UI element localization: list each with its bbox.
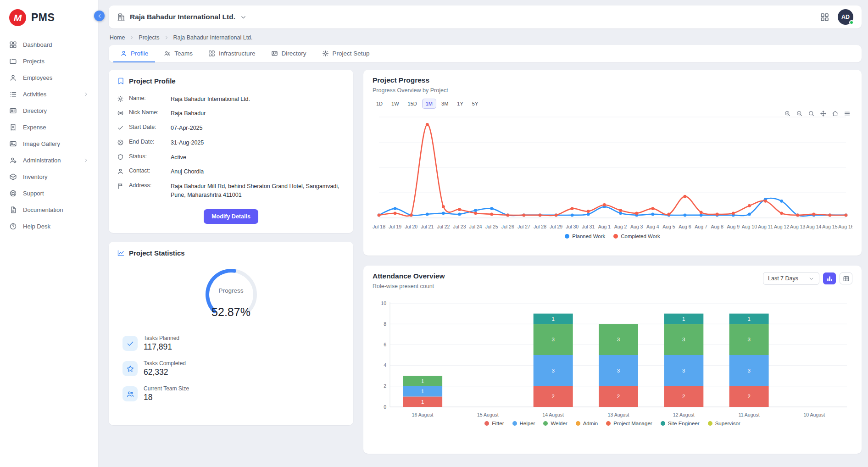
company-selector[interactable]: Raja Bahadur International Ltd. xyxy=(117,13,247,21)
svg-text:1: 1 xyxy=(421,378,424,384)
tab-directory[interactable]: Directory xyxy=(264,45,313,62)
svg-text:Aug 2: Aug 2 xyxy=(614,224,627,229)
modify-details-button[interactable]: Modify Details xyxy=(204,209,258,224)
administration-icon xyxy=(9,156,17,164)
zoom-in-button[interactable] xyxy=(784,110,791,117)
date-range-select[interactable]: Last 7 Days xyxy=(763,272,819,285)
tab-infrastructure[interactable]: Infrastructure xyxy=(201,45,262,62)
profile-field-value: Anuj Chordia xyxy=(171,167,204,176)
sidebar-item-support[interactable]: Support xyxy=(0,185,98,201)
profile-field-label: Contact: xyxy=(129,167,166,174)
sidebar-collapse-button[interactable] xyxy=(94,11,105,21)
legend-item-supervisor[interactable]: Supervisor xyxy=(708,421,740,426)
tab-teams[interactable]: Teams xyxy=(157,45,200,62)
breadcrumb: HomeProjectsRaja Bahadur International L… xyxy=(109,28,862,45)
bar-chart-icon xyxy=(826,275,833,282)
breadcrumb-item-home[interactable]: Home xyxy=(110,34,125,41)
sidebar-item-image-gallery[interactable]: Image Gallery xyxy=(0,135,98,152)
sidebar-item-label: Activities xyxy=(23,91,46,98)
legend-item-helper[interactable]: Helper xyxy=(512,421,535,426)
sidebar-item-documentation[interactable]: Documentation xyxy=(0,201,98,218)
range-button-3m[interactable]: 3M xyxy=(438,99,452,109)
legend-dot xyxy=(484,421,489,426)
app-logo[interactable]: M PMS xyxy=(0,0,98,34)
profile-field-value: Active xyxy=(171,153,186,162)
directory-icon xyxy=(9,107,17,115)
svg-text:11 August: 11 August xyxy=(739,412,760,417)
svg-text:Jul 29: Jul 29 xyxy=(550,224,562,229)
legend-item-project-manager[interactable]: Project Manager xyxy=(606,421,652,426)
sidebar-item-directory[interactable]: Directory xyxy=(0,102,98,119)
avatar[interactable]: AD xyxy=(838,9,853,25)
support-icon xyxy=(9,189,17,197)
menu-button[interactable] xyxy=(844,110,851,117)
svg-text:3: 3 xyxy=(551,368,554,373)
zoom-out-button[interactable] xyxy=(796,110,803,117)
range-button-5y[interactable]: 5Y xyxy=(468,99,482,109)
project-progress-card: Project Progress Progress Overview by Pr… xyxy=(363,70,862,256)
svg-text:2: 2 xyxy=(384,383,386,389)
sidebar-nav: Dashboard Projects Employees Activities … xyxy=(0,34,98,236)
range-button-1m[interactable]: 1M xyxy=(422,99,436,109)
time-range-selector: 1D1W15D1M3M1Y5Y xyxy=(373,99,852,109)
zoom-out-icon xyxy=(796,110,803,117)
range-button-15d[interactable]: 15D xyxy=(404,99,421,109)
range-button-1w[interactable]: 1W xyxy=(388,99,403,109)
shield-icon xyxy=(117,154,124,161)
tab-label: Infrastructure xyxy=(219,50,256,57)
tab-bar: Profile Teams Infrastructure Directory P… xyxy=(109,45,862,62)
sidebar-item-expense[interactable]: Expense xyxy=(0,119,98,135)
breadcrumb-item-projects[interactable]: Projects xyxy=(139,34,159,41)
range-button-1y[interactable]: 1Y xyxy=(453,99,467,109)
building-icon xyxy=(117,13,125,21)
expense-icon xyxy=(9,123,17,131)
legend-item-welder[interactable]: Welder xyxy=(543,421,567,426)
svg-text:Jul 21: Jul 21 xyxy=(421,224,434,229)
gauge-label: Progress xyxy=(201,287,262,294)
pan-button[interactable] xyxy=(820,110,827,117)
tab-profile[interactable]: Profile xyxy=(113,45,155,62)
progress-gauge: Progress 52.87% xyxy=(201,266,262,325)
legend-item-completed-work[interactable]: Completed Work xyxy=(613,234,660,239)
sidebar-item-activities[interactable]: Activities xyxy=(0,86,98,102)
svg-text:1: 1 xyxy=(421,399,424,405)
bar-view-button[interactable] xyxy=(823,272,836,284)
profile-field-row: Contact: Anuj Chordia xyxy=(117,165,345,179)
check-icon xyxy=(117,124,124,131)
svg-text:Aug 6: Aug 6 xyxy=(679,224,691,229)
legend-item-site-engineer[interactable]: Site Engineer xyxy=(661,421,700,426)
attendance-card-title: Attendance Overview xyxy=(373,272,445,280)
chevron-right-icon xyxy=(164,35,169,40)
table-view-button[interactable] xyxy=(840,272,852,284)
profile-field-row: End Date: 31-Aug-2025 xyxy=(117,135,345,150)
apps-grid-button[interactable] xyxy=(820,12,829,22)
sidebar-item-dashboard[interactable]: Dashboard xyxy=(0,36,98,53)
svg-text:Jul 28: Jul 28 xyxy=(534,224,546,229)
selection-zoom-button[interactable] xyxy=(808,110,815,117)
sidebar-item-label: Image Gallery xyxy=(23,140,60,147)
range-button-1d[interactable]: 1D xyxy=(373,99,386,109)
sidebar-item-projects[interactable]: Projects xyxy=(0,53,98,69)
sidebar-item-administration[interactable]: Administration xyxy=(0,152,98,168)
progress-line-chart[interactable]: Jul 18Jul 19Jul 20Jul 21Jul 22Jul 23Jul … xyxy=(373,110,852,233)
home-button[interactable] xyxy=(832,110,839,117)
online-status-dot xyxy=(849,20,854,25)
sidebar-item-inventory[interactable]: Inventory xyxy=(0,168,98,185)
legend-item-admin[interactable]: Admin xyxy=(576,421,598,426)
chevron-left-icon xyxy=(96,13,103,19)
gallery-icon xyxy=(9,140,17,148)
helpdesk-icon xyxy=(9,222,17,230)
sidebar-item-employees[interactable]: Employees xyxy=(0,69,98,86)
avatar-initials: AD xyxy=(841,14,850,20)
legend-dot xyxy=(512,421,517,426)
users-icon xyxy=(126,390,134,398)
profile-field-label: Status: xyxy=(129,153,166,160)
legend-item-planned-work[interactable]: Planned Work xyxy=(565,234,605,239)
svg-text:Jul 30: Jul 30 xyxy=(566,224,579,229)
svg-text:4: 4 xyxy=(384,362,386,368)
tab-project-setup[interactable]: Project Setup xyxy=(315,45,377,62)
sidebar-item-help-desk[interactable]: Help Desk xyxy=(0,218,98,234)
legend-item-fitter[interactable]: Fitter xyxy=(484,421,504,426)
statistic-value: 18 xyxy=(144,393,189,402)
attendance-bar-chart[interactable]: 024681011116 August15 August233114 Augus… xyxy=(373,300,852,420)
